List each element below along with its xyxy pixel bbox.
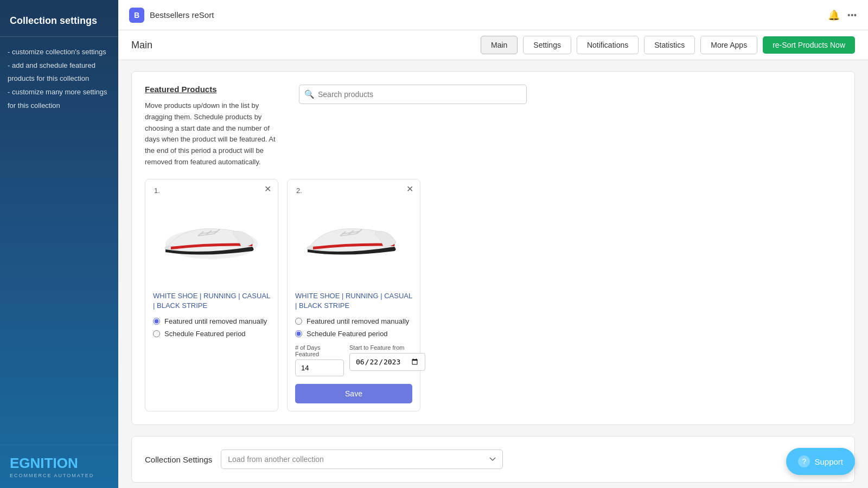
search-icon: 🔍 <box>304 89 315 99</box>
product-2-number: 2. <box>294 186 304 195</box>
product-1-radio-group: Featured until removed manually Schedule… <box>153 317 270 338</box>
product-1-schedule-option[interactable]: Schedule Featured period <box>153 330 270 338</box>
topbar-icons: 🔔 ••• <box>828 9 857 21</box>
logo-sub: ECOMMERCE AUTOMATED <box>10 473 108 478</box>
date-field-label: Start to Feature from <box>349 344 425 351</box>
sidebar-nav-item-2: - add and schedule featured products for… <box>8 61 95 83</box>
product-1-featured-manually-radio[interactable] <box>153 318 160 325</box>
support-button[interactable]: ? Support <box>786 448 855 475</box>
product-1-title: WHITE SHOE | RUNNING | CASUAL | BLACK ST… <box>153 291 270 311</box>
product-2-featured-manually-radio[interactable] <box>295 318 302 325</box>
bell-icon[interactable]: 🔔 <box>828 9 840 21</box>
app-name: Bestsellers reSort <box>150 10 822 20</box>
shoe-svg-2 <box>299 203 408 268</box>
product-2-close-button[interactable]: ✕ <box>406 185 413 194</box>
support-icon: ? <box>798 455 810 467</box>
search-input[interactable] <box>299 85 527 104</box>
schedule-fields-row: # of Days Featured Start to Feature from <box>295 344 412 376</box>
product-1-featured-manually-option[interactable]: Featured until removed manually <box>153 317 270 325</box>
product-2-featured-manually-label: Featured until removed manually <box>307 317 409 325</box>
app-icon-letter: B <box>134 11 139 20</box>
search-box: 🔍 <box>299 85 841 168</box>
search-input-wrapper: 🔍 <box>299 85 527 104</box>
nav-bar: Main Main Settings Notifications Statist… <box>118 30 868 60</box>
product-2-featured-manually-option[interactable]: Featured until removed manually <box>295 317 412 325</box>
tab-notifications[interactable]: Notifications <box>577 36 639 54</box>
tab-statistics[interactable]: Statistics <box>644 36 695 54</box>
product-1-image <box>153 187 270 285</box>
product-1-close-button[interactable]: ✕ <box>264 185 271 194</box>
product-1-number: 1. <box>152 186 162 195</box>
date-field-group: Start to Feature from <box>349 344 425 376</box>
collection-settings-label: Collection Settings <box>145 455 212 464</box>
collection-settings-row: Collection Settings Load from another co… <box>145 450 841 469</box>
product-2-title: WHITE SHOE | RUNNING | CASUAL | BLACK ST… <box>295 291 412 311</box>
featured-products-card: Featured Products Move products up/down … <box>131 71 855 425</box>
product-card-2: 2. ✕ <box>287 179 420 412</box>
product-2-schedule-fields: # of Days Featured Start to Feature from… <box>295 344 412 403</box>
days-field-group: # of Days Featured <box>295 344 344 376</box>
product-2-radio-group: Featured until removed manually Schedule… <box>295 317 412 338</box>
sidebar-bottom: EGNITION ECOMMERCE AUTOMATED <box>0 445 118 488</box>
product-2-schedule-label: Schedule Featured period <box>307 330 388 338</box>
tab-main[interactable]: Main <box>481 36 518 54</box>
product-1-schedule-label: Schedule Featured period <box>164 330 246 338</box>
product-card-1: 1. ✕ <box>145 179 278 412</box>
product-1-schedule-radio[interactable] <box>153 330 160 337</box>
product-2-image <box>295 187 412 285</box>
product-2-schedule-option[interactable]: Schedule Featured period <box>295 330 412 338</box>
collection-settings-card: Collection Settings Load from another co… <box>131 436 855 483</box>
sidebar-title: Collection settings <box>0 0 118 37</box>
logo-text: EGNITION <box>10 455 108 472</box>
logo-e: E <box>10 455 19 471</box>
content-area: Featured Products Move products up/down … <box>118 60 868 488</box>
resort-products-button[interactable]: re-Sort Products Now <box>763 36 855 54</box>
sidebar-nav-item-3: - customize many more settings for this … <box>8 88 107 110</box>
sidebar: Collection settings - customize collecti… <box>0 0 118 488</box>
days-featured-input[interactable] <box>295 359 344 376</box>
product-1-featured-manually-label: Featured until removed manually <box>164 317 267 325</box>
page-title: Main <box>131 40 152 51</box>
featured-products-description: Move products up/down in the list by dra… <box>145 100 286 168</box>
featured-desc: Featured Products Move products up/down … <box>145 85 286 168</box>
days-field-label: # of Days Featured <box>295 344 344 357</box>
product-2-save-button[interactable]: Save <box>295 384 412 403</box>
tab-settings[interactable]: Settings <box>523 36 571 54</box>
sidebar-nav-item-1: - customize collection's settings <box>8 48 106 56</box>
collection-select[interactable]: Load from another collection <box>221 450 503 469</box>
topbar: B Bestsellers reSort 🔔 ••• <box>118 0 868 30</box>
main-content: B Bestsellers reSort 🔔 ••• Main Main Set… <box>118 0 868 488</box>
support-label: Support <box>814 457 843 466</box>
start-date-input[interactable] <box>349 353 425 371</box>
logo-rest: GNITION <box>19 455 78 471</box>
egnition-logo: EGNITION ECOMMERCE AUTOMATED <box>10 455 108 478</box>
featured-header: Featured Products Move products up/down … <box>145 85 841 168</box>
more-options-icon[interactable]: ••• <box>847 11 857 20</box>
products-grid: 1. ✕ <box>145 179 841 412</box>
tab-more-apps[interactable]: More Apps <box>700 36 757 54</box>
product-2-schedule-radio[interactable] <box>295 330 302 337</box>
app-icon: B <box>129 8 144 23</box>
featured-products-title: Featured Products <box>145 85 286 94</box>
sidebar-nav: - customize collection's settings - add … <box>0 37 118 121</box>
shoe-svg-1 <box>157 203 266 268</box>
